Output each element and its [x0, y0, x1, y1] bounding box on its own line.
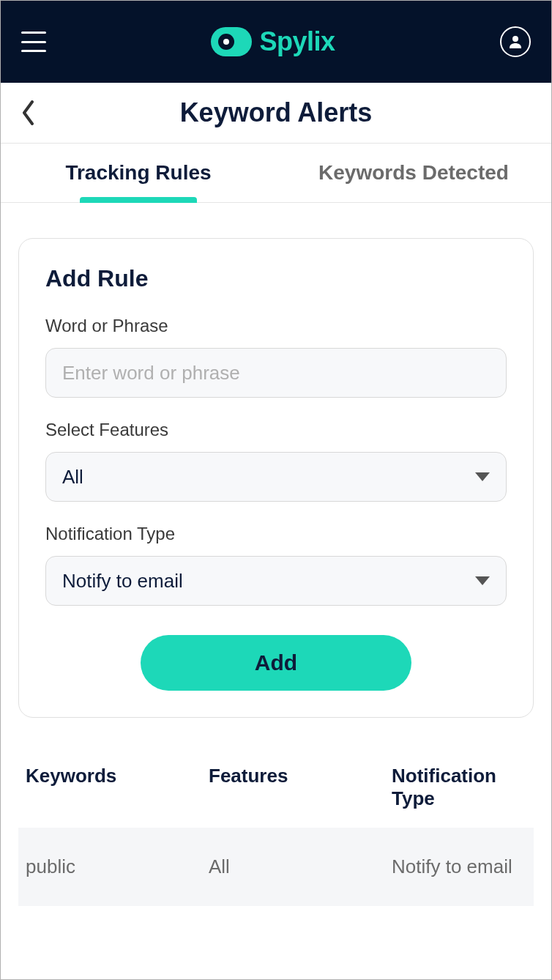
select-features-dropdown[interactable]: All	[45, 452, 507, 502]
brand-name: Spylix	[259, 26, 335, 57]
add-rule-card: Add Rule Word or Phrase Select Features …	[18, 238, 534, 718]
select-features-value: All	[62, 466, 83, 489]
profile-icon[interactable]	[500, 26, 531, 57]
cell-keyword: public	[26, 855, 209, 878]
content: Add Rule Word or Phrase Select Features …	[1, 203, 551, 906]
logo-icon	[211, 27, 252, 56]
menu-icon[interactable]	[21, 31, 46, 52]
header-keywords: Keywords	[26, 765, 209, 810]
rules-table: Keywords Features Notification Type publ…	[18, 747, 534, 906]
tab-keywords-detected[interactable]: Keywords Detected	[276, 144, 551, 202]
notification-type-label: Notification Type	[45, 524, 507, 544]
form-group-notification-type: Notification Type Notify to email	[45, 524, 507, 606]
app-header: Spylix	[1, 1, 551, 83]
form-group-word-phrase: Word or Phrase	[45, 316, 507, 398]
back-icon[interactable]	[21, 100, 36, 125]
form-group-select-features: Select Features All	[45, 420, 507, 502]
table-header: Keywords Features Notification Type	[18, 747, 534, 828]
notification-type-value: Notify to email	[62, 570, 183, 593]
word-phrase-label: Word or Phrase	[45, 316, 507, 336]
header-features: Features	[209, 765, 392, 810]
cell-notification-type: Notify to email	[392, 855, 526, 878]
tabs: Tracking Rules Keywords Detected	[1, 144, 551, 203]
cell-features: All	[209, 855, 392, 878]
tab-tracking-rules[interactable]: Tracking Rules	[1, 144, 276, 202]
page-header: Keyword Alerts	[1, 83, 551, 144]
notification-type-dropdown[interactable]: Notify to email	[45, 556, 507, 606]
word-phrase-input[interactable]	[45, 348, 507, 398]
chevron-down-icon	[475, 472, 490, 481]
brand-logo[interactable]: Spylix	[211, 26, 335, 57]
svg-point-0	[512, 36, 518, 42]
page-title: Keyword Alerts	[180, 97, 373, 128]
table-row: public All Notify to email	[18, 828, 534, 906]
select-features-label: Select Features	[45, 420, 507, 440]
add-button[interactable]: Add	[141, 635, 411, 691]
card-title: Add Rule	[45, 265, 507, 292]
chevron-down-icon	[475, 576, 490, 585]
header-notification-type: Notification Type	[392, 765, 526, 810]
